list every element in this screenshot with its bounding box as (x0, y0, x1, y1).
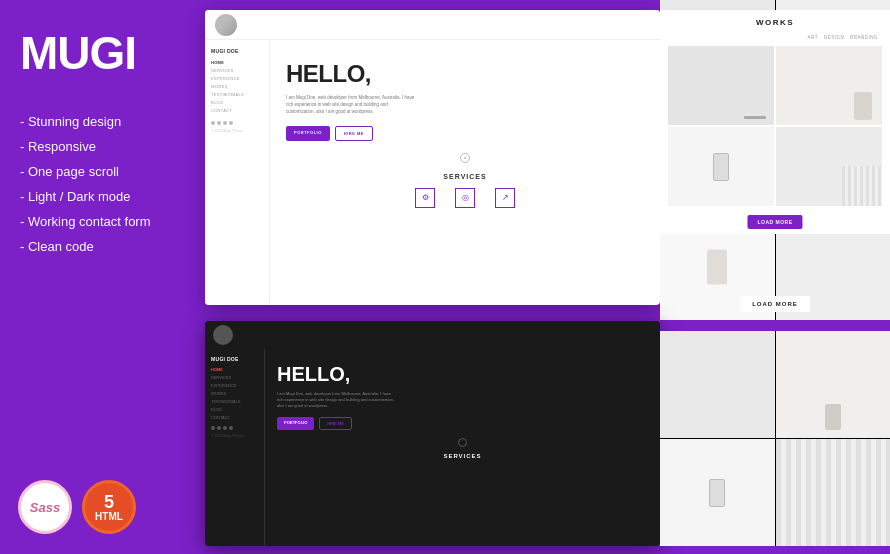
gallery-bottom-4 (776, 439, 891, 546)
main-area: MUGI DOE HOME SERVICES EXPERIENCE WORKS … (195, 0, 890, 554)
dark-social-icons (211, 426, 258, 430)
load-more-btn-gallery[interactable]: LOAD MORE (740, 296, 810, 312)
feature-item: - Light / Dark mode (20, 189, 175, 204)
gallery-bottom-3 (660, 439, 775, 546)
work-cell-2 (776, 46, 882, 125)
social-icons-light (211, 121, 263, 125)
feature-item: - Working contact form (20, 214, 175, 229)
service-icon-chart: ↗ (495, 188, 515, 208)
nav-experience: EXPERIENCE (211, 76, 263, 81)
badges-container: Sass 5 HTML (18, 480, 136, 534)
nav-contact: CONTACT (211, 108, 263, 113)
works-nav-branding[interactable]: BRANDING (850, 35, 878, 40)
html-number: 5 (104, 493, 114, 511)
nav-services: SERVICES (211, 68, 263, 73)
works-nav-design[interactable]: DESIGN (824, 35, 844, 40)
social-icon-4 (229, 121, 233, 125)
works-grid (668, 46, 882, 206)
dark-username: MUGI DOE (211, 356, 258, 362)
social-icon-3 (223, 121, 227, 125)
dark-services-label: SERVICES (277, 453, 648, 459)
services-label-light: SERVICES (286, 173, 644, 180)
avatar-light (215, 14, 237, 36)
dark-copyright: © 2023 Mugi Theme (211, 434, 258, 438)
dark-nav-testimonials: TESTIMONIALS (211, 399, 258, 404)
works-nav-art[interactable]: ART (808, 35, 818, 40)
dark-nav-blog: BLOG (211, 407, 258, 412)
nav-works: WORKS (211, 84, 263, 89)
bio-light: I am Mugi Doe, web developer from Melbou… (286, 94, 416, 116)
dark-sidebar: MUGI DOE HOME SERVICES EXPERIENCE WORKS … (205, 349, 265, 546)
feature-item: - One page scroll (20, 164, 175, 179)
preview-nav-light (205, 10, 660, 40)
feature-item: - Stunning design (20, 114, 175, 129)
service-icon-settings: ⚙ (415, 188, 435, 208)
gallery-bottom-right (660, 331, 890, 546)
hire-btn-light[interactable]: HIRE ME (335, 126, 373, 141)
social-icon-1 (211, 121, 215, 125)
work-cell-4 (776, 127, 882, 206)
portfolio-btn-light[interactable]: PORTFOLIO (286, 126, 330, 141)
dark-content: HELLO, I am Mugi Doe, web developer from… (265, 349, 660, 546)
service-icon-pin: ◎ (455, 188, 475, 208)
social-icon-2 (217, 121, 221, 125)
dark-scroll-circle (458, 438, 467, 447)
work-cell-1 (668, 46, 774, 125)
works-title: WORKS (668, 18, 882, 27)
nav-blog: BLOG (211, 100, 263, 105)
dark-social-1 (211, 426, 215, 430)
dark-nav-works: WORKS (211, 391, 258, 396)
buttons-light: PORTFOLIO HIRE ME (286, 126, 644, 141)
preview-light: MUGI DOE HOME SERVICES EXPERIENCE WORKS … (205, 10, 660, 305)
dark-social-2 (217, 426, 221, 430)
html-badge: 5 HTML (82, 480, 136, 534)
dark-buttons: PORTFOLIO HIRE ME (277, 417, 648, 430)
dark-nav-contact: CONTACT (211, 415, 258, 420)
nav-home: HOME (211, 60, 263, 65)
dark-bio: I am Mugi Doe, web developer from Melbou… (277, 391, 397, 409)
service-icons: ⚙ ◎ ↗ (286, 188, 644, 208)
works-section: WORKS ART DESIGN BRANDING LOAD MORE (660, 10, 890, 234)
feature-list: - Stunning design - Responsive - One pag… (20, 114, 175, 254)
dark-nav-home: HOME (211, 367, 258, 372)
scroll-dot (464, 157, 466, 159)
dark-nav (205, 321, 660, 349)
scroll-circle (460, 153, 470, 163)
nav-testimonials: TESTIMONIALS (211, 92, 263, 97)
sass-label: Sass (30, 500, 60, 515)
preview-username-light: MUGI DOE (211, 48, 263, 54)
copyright-light: © 2023 Mugi Theme (211, 129, 263, 133)
html-label: HTML (95, 511, 123, 522)
feature-item: - Clean code (20, 239, 175, 254)
works-nav: ART DESIGN BRANDING (668, 35, 882, 40)
dark-social-4 (229, 426, 233, 430)
feature-item: - Responsive (20, 139, 175, 154)
left-panel: MUGI - Stunning design - Responsive - On… (0, 0, 195, 554)
brand-title: MUGI (20, 30, 175, 76)
works-load-more[interactable]: LOAD MORE (747, 215, 802, 229)
dark-nav-services: SERVICES (211, 375, 258, 380)
gallery-bottom-2 (776, 331, 891, 438)
avatar-dark (213, 325, 233, 345)
preview-sidebar-light: MUGI DOE HOME SERVICES EXPERIENCE WORKS … (205, 40, 270, 305)
work-cell-3 (668, 127, 774, 206)
scroll-indicator-light (286, 153, 644, 163)
hello-light: HELLO, (286, 60, 644, 88)
preview-content-light: HELLO, I am Mugi Doe, web developer from… (270, 40, 660, 305)
gallery-bottom-1 (660, 331, 775, 438)
dark-hello: HELLO, (277, 363, 648, 386)
dark-scroll (277, 438, 648, 447)
dark-nav-experience: EXPERIENCE (211, 383, 258, 388)
dark-portfolio-btn[interactable]: PORTFOLIO (277, 417, 314, 430)
sass-badge: Sass (18, 480, 72, 534)
dark-social-3 (223, 426, 227, 430)
dark-hire-btn[interactable]: HIRE ME (319, 417, 352, 430)
preview-dark: MUGI DOE HOME SERVICES EXPERIENCE WORKS … (205, 321, 660, 546)
